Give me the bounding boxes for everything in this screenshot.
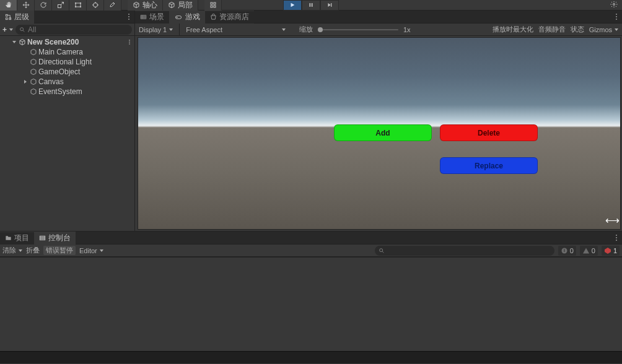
tab-scene-label: 场景	[149, 12, 164, 22]
warn-count[interactable]: 0	[580, 246, 598, 256]
rect-tool[interactable]	[69, 0, 87, 11]
aspect-dropdown[interactable]: Free Aspect	[186, 26, 222, 33]
scale-slider[interactable]	[318, 29, 398, 30]
space-label: 局部	[178, 0, 193, 11]
error-count[interactable]: 1	[602, 246, 620, 256]
snap-tool[interactable]	[204, 0, 222, 11]
hierarchy-item-gameobject[interactable]: GameObject	[0, 67, 134, 77]
svg-rect-10	[214, 6, 216, 7]
hierarchy-toolbar: + All	[0, 24, 134, 36]
svg-point-2	[75, 2, 76, 4]
status-bar	[0, 351, 622, 363]
game-button-add[interactable]: Add	[334, 124, 432, 141]
svg-rect-20	[141, 17, 146, 19]
svg-point-3	[80, 2, 81, 4]
scale-tool[interactable]	[52, 0, 69, 11]
svg-rect-22	[40, 236, 45, 237]
svg-point-5	[80, 6, 81, 7]
create-dropdown[interactable]: +	[2, 25, 13, 34]
hierarchy-scene-row[interactable]: New Scene200	[0, 37, 134, 47]
tab-asset-store[interactable]: 资源商店	[205, 11, 254, 24]
hierarchy-search[interactable]: All	[15, 25, 132, 35]
tab-hierarchy[interactable]: 层级	[0, 11, 34, 24]
hierarchy-panel: 层级 + All New Scene200 Main Camera	[0, 11, 135, 231]
tab-asset-store-label: 资源商店	[219, 12, 249, 22]
scale-label: 缩放	[299, 25, 313, 34]
svg-point-18	[20, 27, 24, 30]
svg-point-25	[379, 248, 382, 251]
stats-toggle[interactable]: 状态	[571, 25, 584, 34]
tab-project[interactable]: 项目	[0, 232, 34, 245]
collab-icon[interactable]	[610, 1, 618, 10]
pause-button[interactable]	[302, 0, 320, 11]
scale-value: 1x	[403, 26, 411, 33]
game-button-delete[interactable]: Delete	[440, 124, 538, 141]
hierarchy-item-label: GameObject	[38, 67, 80, 76]
editor-dropdown[interactable]: Editor	[79, 247, 103, 254]
pivot-mode-button[interactable]: 轴心	[128, 0, 163, 11]
error-pause-button[interactable]: 错误暂停	[43, 246, 76, 255]
hierarchy-list: New Scene200 Main Camera Directional Lig…	[0, 36, 134, 231]
console-search[interactable]	[375, 246, 554, 256]
hierarchy-item-label: Canvas	[38, 77, 64, 86]
scene-context[interactable]	[127, 38, 132, 46]
svg-rect-11	[310, 3, 311, 7]
pivot-label: 轴心	[142, 0, 157, 11]
console-context-menu[interactable]	[613, 232, 620, 243]
svg-rect-9	[211, 6, 212, 7]
move-tool[interactable]	[17, 0, 35, 11]
console-messages[interactable]: ⟷	[0, 257, 622, 351]
console-toolbar: 清除 折叠 错误暂停 Editor i 0 0 1	[0, 245, 622, 257]
svg-point-4	[75, 6, 76, 7]
hierarchy-item-label: EventSystem	[38, 87, 82, 96]
hierarchy-item-canvas[interactable]: Canvas	[0, 77, 134, 87]
hierarchy-item-directional-light[interactable]: Directional Light	[0, 57, 134, 67]
svg-rect-24	[40, 239, 45, 240]
gizmos-dropdown[interactable]: Gizmos	[589, 26, 618, 33]
tab-console[interactable]: 控制台	[34, 232, 76, 245]
tab-game-label: 游戏	[185, 12, 200, 22]
tab-game[interactable]: 游戏	[169, 11, 205, 24]
tab-scene[interactable]: 场景	[135, 11, 169, 24]
info-count[interactable]: i 0	[558, 246, 576, 256]
hierarchy-item-main-camera[interactable]: Main Camera	[0, 47, 134, 57]
svg-rect-1	[76, 3, 81, 7]
space-mode-button[interactable]: 局部	[163, 0, 198, 11]
hierarchy-item-eventsystem[interactable]: EventSystem	[0, 87, 134, 97]
svg-point-6	[93, 3, 97, 7]
hierarchy-context-menu[interactable]	[126, 11, 132, 22]
svg-text:i: i	[564, 248, 565, 253]
game-viewport[interactable]: Add Delete Replace	[138, 37, 621, 230]
display-dropdown[interactable]: Display 1	[139, 26, 173, 33]
svg-point-14	[613, 3, 615, 5]
game-toolbar: Display 1 Free Aspect 缩放 1x 播放时最大化 音频静音 …	[135, 24, 622, 36]
svg-rect-23	[40, 238, 45, 239]
svg-rect-13	[331, 3, 331, 7]
transform-tool[interactable]	[87, 0, 104, 11]
resize-handle-icon[interactable]: ⟷	[605, 214, 620, 226]
custom-tool[interactable]	[104, 0, 121, 11]
svg-rect-8	[214, 2, 216, 4]
main-toolbar: 轴心 局部	[0, 0, 622, 11]
svg-rect-12	[312, 3, 313, 7]
hierarchy-title: 层级	[14, 12, 29, 22]
scene-name: New Scene200	[27, 38, 79, 46]
maximize-on-play[interactable]: 播放时最大化	[493, 25, 533, 34]
hand-tool[interactable]	[0, 0, 17, 11]
svg-rect-0	[58, 5, 61, 8]
step-button[interactable]	[320, 0, 339, 11]
game-panel: 场景 游戏 资源商店 Display 1 Free Aspect 缩放 1x 播…	[135, 11, 622, 231]
play-button[interactable]	[283, 0, 302, 11]
svg-rect-21	[175, 16, 181, 19]
svg-rect-16	[6, 18, 7, 20]
console-panel: 项目 控制台 清除 折叠 错误暂停 Editor i 0 0 1 ⟷	[0, 231, 622, 363]
svg-rect-7	[211, 2, 212, 4]
hierarchy-search-placeholder: All	[28, 25, 36, 34]
game-context-menu[interactable]	[613, 11, 620, 22]
play-controls	[283, 0, 339, 11]
game-button-replace[interactable]: Replace	[440, 157, 538, 174]
mute-audio[interactable]: 音频静音	[538, 25, 566, 34]
clear-button[interactable]: 清除	[2, 246, 22, 255]
rotate-tool[interactable]	[35, 0, 52, 11]
collapse-button[interactable]: 折叠	[26, 246, 40, 255]
